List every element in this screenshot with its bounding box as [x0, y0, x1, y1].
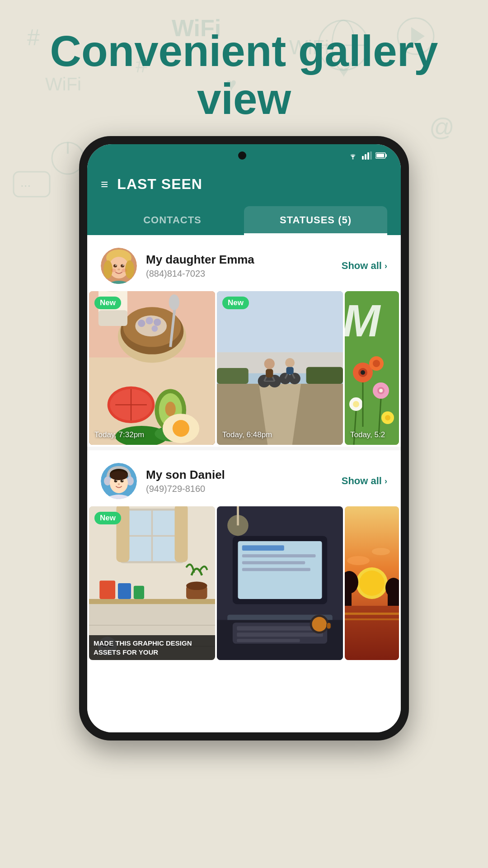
tab-statuses[interactable]: STATUSES (5)	[244, 206, 387, 235]
svg-rect-156	[345, 613, 399, 615]
emma-gallery-2-badge: New	[222, 297, 249, 309]
svg-rect-122	[89, 599, 215, 604]
menu-icon[interactable]: ≡	[101, 177, 108, 192]
camera-dot	[238, 151, 246, 160]
svg-rect-85	[286, 367, 293, 374]
graphic-design-overlay: MADE THIS GRAPHIC DESIGN ASSETS FOR YOUR	[89, 635, 215, 660]
svg-point-50	[135, 316, 167, 337]
contact-emma-info: My daughter Emma (884)814-7023	[101, 248, 254, 284]
svg-point-107	[114, 480, 117, 482]
tab-contacts[interactable]: CONTACTS	[101, 206, 244, 235]
svg-point-109	[116, 480, 117, 481]
hero-title: Convenient gallery view	[0, 0, 488, 136]
emma-gallery-2-timestamp: Today, 6:48pm	[222, 430, 272, 439]
svg-rect-125	[134, 586, 144, 599]
gallery-item-room[interactable]: New MADE THIS GRAPHIC DESIGN ASSETS FOR …	[89, 506, 215, 660]
status-bar	[87, 144, 401, 167]
emma-gallery-1-timestamp: Today, 7:32pm	[94, 430, 144, 439]
chevron-right-icon-2: ›	[385, 476, 387, 486]
phone-mockup: ≡ LAST SEEN CONTACTS STATUSES (5)	[79, 136, 409, 741]
content-area: My daughter Emma (884)814-7023 Show all …	[87, 235, 401, 732]
svg-rect-121	[174, 506, 188, 562]
section-divider	[87, 447, 401, 450]
svg-point-94	[353, 401, 359, 407]
svg-point-81	[289, 373, 300, 385]
svg-rect-53	[99, 310, 127, 326]
svg-point-96	[373, 360, 380, 367]
gallery-item-sunset[interactable]	[345, 506, 399, 660]
svg-rect-23	[365, 154, 366, 160]
svg-rect-146	[237, 639, 300, 642]
contact-emma-header: My daughter Emma (884)814-7023 Show all …	[87, 235, 401, 291]
svg-point-37	[122, 264, 123, 265]
svg-rect-138	[242, 554, 316, 557]
svg-rect-25	[370, 151, 372, 160]
status-bar-center	[238, 151, 246, 160]
avatar-daniel	[101, 463, 137, 499]
daniel-name: My son Daniel	[146, 468, 225, 482]
emma-gallery: New Today, 7:32pm	[87, 291, 401, 447]
avatar-emma	[101, 248, 137, 284]
svg-rect-137	[242, 545, 284, 551]
svg-point-66	[173, 420, 189, 437]
emma-show-all-button[interactable]: Show all ›	[342, 260, 387, 272]
svg-rect-139	[242, 561, 305, 564]
svg-point-38	[117, 269, 120, 270]
svg-rect-124	[118, 583, 131, 599]
svg-point-163	[347, 556, 370, 565]
contact-emma-text: My daughter Emma (884)814-7023	[146, 253, 254, 279]
svg-rect-79	[266, 369, 273, 378]
contact-daniel-info: My son Daniel (949)729-8160	[101, 463, 225, 499]
app-header: ≡ LAST SEEN CONTACTS STATUSES (5)	[87, 167, 401, 235]
svg-point-110	[122, 480, 123, 481]
svg-point-113	[110, 471, 128, 480]
daniel-show-all-button[interactable]: Show all ›	[342, 475, 387, 487]
svg-point-39	[111, 269, 116, 272]
emma-name: My daughter Emma	[146, 253, 254, 267]
svg-rect-27	[376, 154, 384, 157]
header-row: ≡ LAST SEEN	[101, 176, 387, 193]
svg-point-35	[121, 264, 124, 268]
status-bar-right	[347, 151, 387, 160]
svg-point-36	[115, 264, 116, 265]
svg-rect-144	[237, 627, 323, 631]
svg-rect-71	[217, 368, 249, 384]
svg-point-21	[352, 158, 354, 160]
svg-rect-72	[306, 367, 343, 384]
gallery-item-cycling[interactable]: New Today, 6:48pm	[217, 291, 343, 445]
svg-point-111	[118, 483, 120, 485]
contact-daniel-text: My son Daniel (949)729-8160	[146, 468, 225, 494]
svg-rect-140	[242, 568, 310, 571]
app-title: LAST SEEN	[117, 176, 202, 193]
wifi-icon	[347, 151, 358, 160]
gallery-item-desk[interactable]	[217, 506, 343, 660]
svg-rect-157	[345, 618, 399, 620]
daniel-gallery: New MADE THIS GRAPHIC DESIGN ASSETS FOR …	[87, 506, 401, 662]
emma-phone: (884)814-7023	[146, 269, 254, 279]
daniel-gallery-1-badge: New	[94, 512, 121, 524]
contact-daniel-header: My son Daniel (949)729-8160 Show all ›	[87, 450, 401, 506]
gallery-item-food[interactable]: New Today, 7:32pm	[89, 291, 215, 445]
svg-rect-24	[367, 152, 369, 160]
signal-icon	[362, 151, 372, 160]
svg-rect-12	[14, 172, 50, 197]
svg-point-148	[312, 617, 327, 632]
svg-point-108	[121, 480, 124, 482]
battery-icon	[375, 152, 387, 159]
svg-rect-22	[362, 156, 364, 160]
svg-point-55	[169, 294, 179, 310]
svg-rect-149	[327, 623, 331, 629]
daniel-phone: (949)729-8160	[146, 484, 225, 494]
svg-point-154	[359, 571, 385, 596]
phone-screen: ≡ LAST SEEN CONTACTS STATUSES (5)	[87, 144, 401, 732]
gallery-item-flowers[interactable]: M Today, 5:2	[345, 291, 399, 445]
emma-gallery-3-timestamp: Today, 5:2	[350, 430, 385, 439]
tabs-row: CONTACTS STATUSES (5)	[101, 206, 387, 235]
svg-text:M: M	[345, 295, 381, 346]
svg-point-92	[379, 389, 383, 392]
svg-point-78	[264, 359, 275, 369]
svg-rect-28	[385, 154, 387, 157]
chevron-right-icon: ›	[385, 261, 387, 271]
svg-point-34	[113, 264, 117, 268]
svg-rect-123	[99, 580, 115, 599]
